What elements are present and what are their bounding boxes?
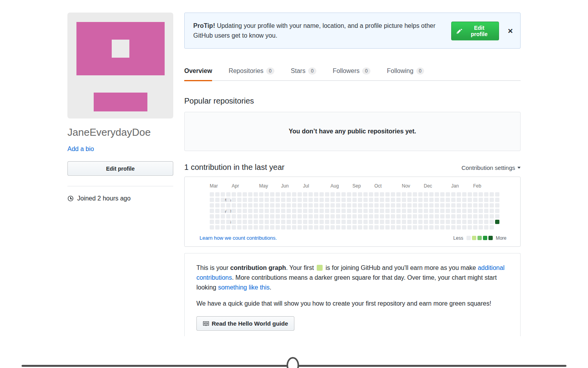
- contribution-cell[interactable]: [221, 225, 225, 230]
- contribution-cell[interactable]: [462, 214, 466, 219]
- contribution-cell[interactable]: [215, 192, 220, 197]
- contribution-cell[interactable]: [248, 225, 252, 230]
- contribution-cell[interactable]: [265, 220, 269, 224]
- contribution-cell[interactable]: [380, 209, 384, 213]
- contribution-cell[interactable]: [402, 198, 406, 202]
- contribution-cell[interactable]: [385, 225, 390, 230]
- contribution-cell[interactable]: [358, 220, 362, 224]
- contribution-cell[interactable]: [374, 220, 379, 224]
- contribution-cell[interactable]: [391, 214, 395, 219]
- contribution-cell[interactable]: [341, 203, 346, 208]
- contribution-cell[interactable]: [352, 198, 357, 202]
- contribution-cell[interactable]: [369, 192, 373, 197]
- contribution-cell[interactable]: [336, 214, 340, 219]
- contribution-cell[interactable]: [281, 209, 285, 213]
- contribution-cell[interactable]: [303, 220, 307, 224]
- contribution-cell[interactable]: [292, 214, 296, 219]
- contribution-cell[interactable]: [457, 225, 461, 230]
- contribution-cell[interactable]: [407, 225, 412, 230]
- contribution-cell[interactable]: [347, 192, 351, 197]
- contribution-cell[interactable]: [473, 225, 477, 230]
- contribution-cell[interactable]: [330, 192, 335, 197]
- contribution-cell[interactable]: [325, 192, 329, 197]
- contribution-cell[interactable]: [314, 192, 318, 197]
- contribution-cell[interactable]: [473, 192, 477, 197]
- contribution-cell[interactable]: [374, 203, 379, 208]
- contribution-cell[interactable]: [237, 198, 241, 202]
- contribution-cell[interactable]: [270, 209, 274, 213]
- contribution-cell[interactable]: [479, 220, 483, 224]
- contribution-cell[interactable]: [479, 214, 483, 219]
- contribution-cell[interactable]: [358, 214, 362, 219]
- contribution-cell[interactable]: [232, 209, 236, 213]
- contribution-cell[interactable]: [380, 192, 384, 197]
- contribution-cell[interactable]: [232, 203, 236, 208]
- contribution-cell[interactable]: [298, 192, 302, 197]
- contribution-cell[interactable]: [309, 203, 313, 208]
- contribution-cell[interactable]: [325, 198, 329, 202]
- contribution-cell[interactable]: [451, 203, 456, 208]
- tab-followers[interactable]: Followers 0: [333, 67, 370, 81]
- contribution-cell[interactable]: [276, 225, 280, 230]
- contribution-cell[interactable]: [314, 225, 318, 230]
- contribution-cell[interactable]: [396, 203, 401, 208]
- contribution-cell[interactable]: [215, 209, 220, 213]
- contribution-cell[interactable]: [358, 209, 362, 213]
- contribution-cell[interactable]: [281, 192, 285, 197]
- contribution-cell[interactable]: [276, 209, 280, 213]
- contribution-cell[interactable]: [281, 203, 285, 208]
- contribution-cell[interactable]: [369, 203, 373, 208]
- contribution-cell[interactable]: [287, 198, 291, 202]
- profile-avatar[interactable]: [67, 13, 173, 118]
- contribution-cell[interactable]: [352, 209, 357, 213]
- contribution-cell[interactable]: [270, 203, 274, 208]
- contribution-cell[interactable]: [341, 214, 346, 219]
- contribution-cell[interactable]: [374, 198, 379, 202]
- contribution-cell[interactable]: [468, 209, 472, 213]
- contribution-cell[interactable]: [287, 225, 291, 230]
- contribution-cell[interactable]: [281, 220, 285, 224]
- contribution-cell[interactable]: [446, 209, 450, 213]
- contribution-cell[interactable]: [484, 198, 488, 202]
- contribution-cell[interactable]: [352, 203, 357, 208]
- contribution-cell[interactable]: [287, 209, 291, 213]
- contribution-cell[interactable]: [254, 209, 258, 213]
- contribution-cell[interactable]: [243, 214, 247, 219]
- contribution-cell[interactable]: [259, 209, 263, 213]
- contribution-cell[interactable]: [226, 198, 230, 202]
- tab-repositories[interactable]: Repositories 0: [229, 67, 274, 81]
- learn-contributions-link[interactable]: Learn how we count contributions.: [200, 235, 277, 241]
- contribution-cell[interactable]: [298, 225, 302, 230]
- contribution-cell[interactable]: [330, 220, 335, 224]
- contribution-cell[interactable]: [319, 203, 324, 208]
- contribution-cell[interactable]: [435, 198, 439, 202]
- contribution-settings-dropdown[interactable]: Contribution settings: [461, 164, 521, 171]
- contribution-cell[interactable]: [336, 209, 340, 213]
- contribution-cell[interactable]: [468, 203, 472, 208]
- contribution-cell[interactable]: [358, 225, 362, 230]
- contribution-cell[interactable]: [226, 209, 230, 213]
- contribution-cell[interactable]: [490, 198, 494, 202]
- contribution-cell[interactable]: [265, 209, 269, 213]
- contribution-cell[interactable]: [380, 203, 384, 208]
- contribution-cell[interactable]: [243, 225, 247, 230]
- contribution-cell[interactable]: [221, 220, 225, 224]
- contribution-cell[interactable]: [495, 220, 499, 224]
- contribution-cell[interactable]: [451, 225, 456, 230]
- contribution-cell[interactable]: [248, 209, 252, 213]
- contribution-cell[interactable]: [446, 225, 450, 230]
- contribution-cell[interactable]: [276, 214, 280, 219]
- contribution-cell[interactable]: [429, 209, 434, 213]
- contribution-cell[interactable]: [347, 203, 351, 208]
- contribution-cell[interactable]: [352, 225, 357, 230]
- contribution-cell[interactable]: [473, 214, 477, 219]
- contribution-cell[interactable]: [440, 220, 445, 224]
- contribution-cell[interactable]: [380, 225, 384, 230]
- contribution-cell[interactable]: [210, 198, 214, 202]
- contribution-cell[interactable]: [243, 192, 247, 197]
- contribution-cell[interactable]: [385, 214, 390, 219]
- contribution-cell[interactable]: [490, 209, 494, 213]
- contribution-cell[interactable]: [418, 203, 423, 208]
- contribution-cell[interactable]: [221, 209, 225, 213]
- contribution-cell[interactable]: [484, 209, 488, 213]
